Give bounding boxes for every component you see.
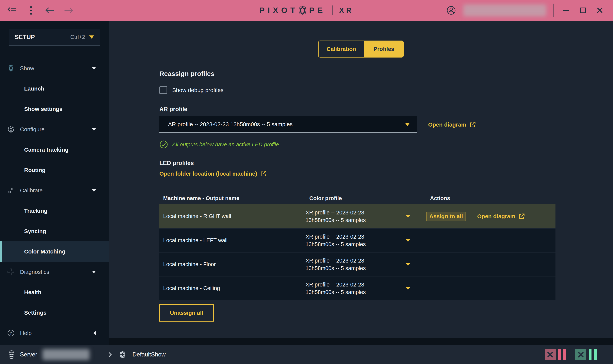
nav-back-button[interactable] xyxy=(45,5,55,15)
color-profile-line1: XR profile -- 2023-02-23 xyxy=(306,282,364,288)
engine-stop-red-button[interactable] xyxy=(545,349,556,360)
row-open-diagram-link[interactable]: Open diagram xyxy=(477,213,555,220)
color-profile-line1: XR profile -- 2023-02-23 xyxy=(306,258,364,264)
row-color-profile-select[interactable]: XR profile -- 2023-02-23 13h58m00s -- 5 … xyxy=(306,281,404,296)
sidebar-item-diagnostics[interactable]: Diagnostics xyxy=(0,262,109,282)
folder-link-label: Open folder location (local machine) xyxy=(159,170,257,177)
chevron-down-icon xyxy=(92,271,96,273)
ar-profile-row: AR profile -- 2023-02-23 13h58m00s -- 5 … xyxy=(159,116,555,133)
open-diagram-link[interactable]: Open diagram xyxy=(428,121,476,128)
engine-bar-green[interactable] xyxy=(594,349,597,360)
open-diagram-label: Open diagram xyxy=(477,213,515,220)
window-maximize-button[interactable] xyxy=(578,5,588,15)
led-profiles-table: Machine name - Output name Color profile… xyxy=(159,192,555,300)
sidebar-item-calibrate[interactable]: Calibrate xyxy=(0,180,109,201)
engine-stop-green-button[interactable] xyxy=(575,349,586,360)
sidebar-item-show[interactable]: Show xyxy=(0,58,109,78)
chevron-down-icon xyxy=(405,263,410,266)
minimize-icon xyxy=(563,10,569,11)
show-debug-profiles-checkbox[interactable] xyxy=(159,86,167,94)
unassign-all-button[interactable]: Unassign all xyxy=(159,304,214,322)
sidebar-item-label: Routing xyxy=(7,167,45,173)
chevron-right-icon xyxy=(107,352,112,357)
sidebar-item-show-settings[interactable]: Show settings xyxy=(0,99,109,119)
user-account-button[interactable] xyxy=(446,5,456,15)
sidebar-item-color-matching[interactable]: Color Matching xyxy=(0,241,109,262)
color-profile-line2: 13h58m00s -- 5 samples xyxy=(306,241,366,247)
window-controls-divider xyxy=(553,4,554,17)
sidebar-item-launch[interactable]: Launch xyxy=(0,78,109,99)
collapse-sidebar-button[interactable] xyxy=(7,5,17,15)
color-profile-value: XR profile -- 2023-02-23 13h58m00s -- 5 … xyxy=(306,257,366,272)
window-minimize-button[interactable] xyxy=(561,5,571,15)
row-profile-dropdown-caret[interactable] xyxy=(404,263,426,266)
row-profile-dropdown-caret[interactable] xyxy=(404,215,426,218)
chevron-down-icon xyxy=(405,215,410,218)
tab-calibration[interactable]: Calibration xyxy=(318,40,364,58)
sidebar-item-syncing[interactable]: Syncing xyxy=(0,221,109,241)
assign-to-all-button[interactable]: Assign to all xyxy=(426,212,466,221)
checkbox-label: Show debug profiles xyxy=(172,87,223,93)
folder-link-row: Open folder location (local machine) xyxy=(159,170,555,177)
ar-profile-select[interactable]: AR profile -- 2023-02-23 13h58m00s -- 5 … xyxy=(159,116,417,133)
mode-selector[interactable]: SETUP Ctrl+2 xyxy=(9,29,100,46)
row-color-profile-select[interactable]: XR profile -- 2023-02-23 13h58m00s -- 5 … xyxy=(306,257,404,272)
color-profile-line1: XR profile -- 2023-02-23 xyxy=(306,209,364,216)
brand-text-right: PE xyxy=(309,6,326,15)
engine-bar-red[interactable] xyxy=(563,349,566,360)
current-show-name[interactable]: DefaultShow xyxy=(132,351,166,358)
mode-label: SETUP xyxy=(15,34,35,40)
sidebar-item-label: Tracking xyxy=(7,208,47,214)
table-body: Local machine - RIGHT wall XR profile --… xyxy=(159,204,555,300)
check-circle-icon xyxy=(159,140,168,149)
sidebar-item-tracking[interactable]: Tracking xyxy=(0,201,109,221)
svg-text:?: ? xyxy=(10,331,12,336)
user-email-redacted[interactable] xyxy=(463,4,546,16)
statusbar: Server DefaultShow xyxy=(0,345,613,364)
sidebar-item-health[interactable]: Health xyxy=(0,282,109,302)
row-color-profile-select[interactable]: XR profile -- 2023-02-23 13h58m00s -- 5 … xyxy=(306,233,404,248)
titlebar-left-controls xyxy=(0,5,74,15)
brand-wordmark: PIXOT PE xyxy=(259,5,326,16)
color-profile-value: XR profile -- 2023-02-23 13h58m00s -- 5 … xyxy=(306,281,366,296)
server-name-redacted[interactable] xyxy=(42,349,90,360)
debug-profiles-row: Show debug profiles xyxy=(159,86,555,94)
server-label[interactable]: Server xyxy=(20,351,37,358)
sidebar-item-camera-tracking[interactable]: Camera tracking xyxy=(0,140,109,160)
overflow-menu-button[interactable] xyxy=(26,5,36,15)
color-profile-value: XR profile -- 2023-02-23 13h58m00s -- 5 … xyxy=(306,233,366,248)
column-header-machine: Machine name - Output name xyxy=(163,195,309,201)
led-profiles-title: LED profiles xyxy=(159,160,555,167)
user-icon xyxy=(446,5,456,15)
external-link-icon xyxy=(469,121,476,128)
color-profile-value: XR profile -- 2023-02-23 13h58m00s -- 5 … xyxy=(306,209,366,224)
sidebar: SETUP Ctrl+2 Show Launch Show settings xyxy=(0,21,109,345)
engine-bar-red[interactable] xyxy=(558,349,561,360)
sidebar-item-help[interactable]: ? Help xyxy=(0,323,109,343)
chevron-down-icon xyxy=(405,239,410,242)
open-diagram-label: Open diagram xyxy=(428,121,466,128)
sidebar-item-label: Help xyxy=(20,330,32,336)
open-folder-location-link[interactable]: Open folder location (local machine) xyxy=(159,170,267,177)
atom-logo-icon xyxy=(297,5,308,16)
x-icon xyxy=(577,351,584,358)
close-icon xyxy=(597,7,603,13)
app-logo: PIXOT PE XR xyxy=(259,0,354,21)
sidebar-item-configure[interactable]: Configure xyxy=(0,119,109,140)
row-profile-dropdown-caret[interactable] xyxy=(404,287,426,290)
main-panel: Calibration Profiles Reassign profiles S… xyxy=(109,21,613,338)
sidebar-item-label: Show settings xyxy=(7,106,63,112)
sliders-icon xyxy=(7,186,15,195)
sidebar-item-routing[interactable]: Routing xyxy=(0,160,109,180)
tab-profiles[interactable]: Profiles xyxy=(364,40,404,58)
row-color-profile-select[interactable]: XR profile -- 2023-02-23 13h58m00s -- 5 … xyxy=(306,209,404,224)
window-close-button[interactable] xyxy=(595,5,605,15)
machine-output-name: Local machine - RIGHT wall xyxy=(163,213,306,219)
nav-forward-button[interactable] xyxy=(64,5,74,15)
table-row: Local machine - Ceiling XR profile -- 20… xyxy=(159,276,555,300)
row-profile-dropdown-caret[interactable] xyxy=(404,239,426,242)
profile-tabs: Calibration Profiles xyxy=(109,40,613,58)
engine-bar-green[interactable] xyxy=(589,349,591,360)
sidebar-item-label: Syncing xyxy=(7,228,46,234)
sidebar-item-settings[interactable]: Settings xyxy=(0,302,109,323)
